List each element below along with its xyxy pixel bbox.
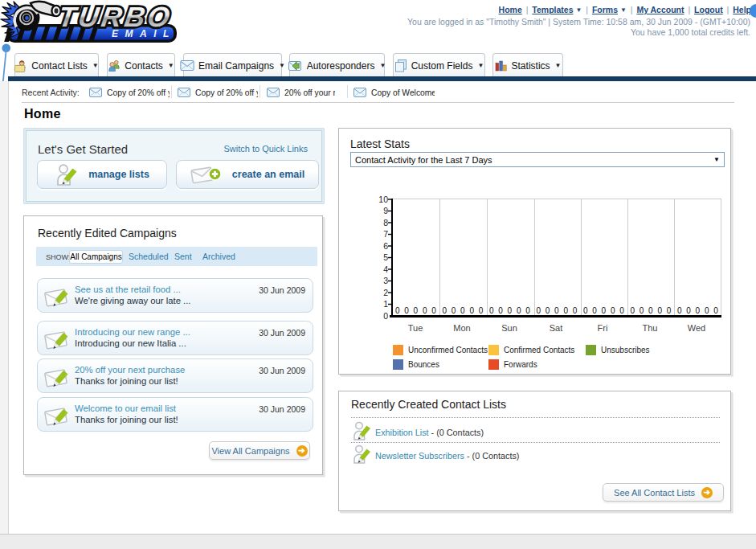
svg-text:0: 0 <box>648 306 653 315</box>
svg-text:0: 0 <box>423 306 427 315</box>
svg-text:0: 0 <box>517 306 521 315</box>
svg-text:0: 0 <box>537 306 541 315</box>
svg-text:0: 0 <box>469 306 474 315</box>
svg-text:0: 0 <box>696 306 701 315</box>
svg-text:9: 9 <box>383 206 388 215</box>
svg-text:0: 0 <box>395 306 400 315</box>
svg-text:0: 0 <box>414 306 419 315</box>
svg-text:0: 0 <box>525 306 530 315</box>
svg-text:0: 0 <box>546 306 550 315</box>
svg-text:Tue: Tue <box>408 323 423 333</box>
svg-text:0: 0 <box>554 306 559 315</box>
svg-text:1: 1 <box>383 299 388 309</box>
svg-text:0: 0 <box>431 306 436 315</box>
svg-text:0: 0 <box>460 306 465 315</box>
svg-text:0: 0 <box>563 306 568 315</box>
svg-text:0: 0 <box>713 306 718 315</box>
svg-text:10: 10 <box>378 195 388 204</box>
svg-text:Thu: Thu <box>643 323 658 333</box>
svg-text:0: 0 <box>657 306 662 315</box>
svg-text:Sun: Sun <box>501 323 517 333</box>
svg-text:TURBO: TURBO <box>56 2 174 33</box>
svg-text:5: 5 <box>383 252 388 262</box>
svg-text:0: 0 <box>640 306 644 315</box>
svg-text:0: 0 <box>573 306 578 315</box>
svg-text:Sat: Sat <box>550 323 563 333</box>
svg-text:0: 0 <box>619 306 624 315</box>
svg-text:0: 0 <box>443 306 447 315</box>
svg-text:0: 0 <box>479 306 484 315</box>
svg-text:0: 0 <box>602 306 607 315</box>
svg-text:4: 4 <box>383 264 388 274</box>
svg-text:Fri: Fri <box>598 323 608 333</box>
svg-text:0: 0 <box>705 306 709 315</box>
svg-text:0: 0 <box>498 306 503 315</box>
svg-text:0: 0 <box>631 306 635 315</box>
svg-text:0: 0 <box>583 306 588 315</box>
svg-text:0: 0 <box>611 306 615 315</box>
svg-text:Mon: Mon <box>453 323 470 333</box>
svg-text:0: 0 <box>508 306 513 315</box>
svg-text:Wed: Wed <box>688 323 705 333</box>
svg-text:6: 6 <box>383 241 388 251</box>
svg-text:3: 3 <box>383 276 388 285</box>
svg-text:0: 0 <box>686 306 691 315</box>
svg-text:0: 0 <box>489 306 494 315</box>
svg-text:0: 0 <box>383 311 388 321</box>
svg-text:0: 0 <box>452 306 456 315</box>
svg-text:7: 7 <box>383 229 388 239</box>
svg-text:8: 8 <box>383 218 388 227</box>
svg-text:0: 0 <box>677 306 682 315</box>
svg-text:2: 2 <box>383 288 388 297</box>
svg-text:0: 0 <box>404 306 409 315</box>
svg-text:0: 0 <box>667 306 672 315</box>
svg-text:0: 0 <box>592 306 597 315</box>
